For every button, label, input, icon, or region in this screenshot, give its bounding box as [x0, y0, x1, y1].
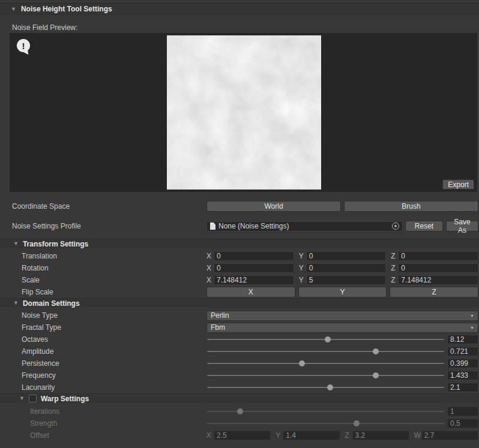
coordinate-space-row: Coordinate Space World Brush [0, 200, 479, 212]
flip-scale-label: Flip Scale [0, 288, 206, 296]
fractal-type-dropdown[interactable]: Fbm ▼ [206, 323, 478, 333]
foldout-triangle-icon[interactable]: ▼ [11, 7, 16, 12]
flip-x-button[interactable]: X [206, 287, 295, 297]
axis-y-label: Y [299, 252, 304, 260]
persistence-slider-handle[interactable] [299, 360, 305, 366]
iterations-slider-handle [237, 408, 243, 414]
translation-x-field[interactable] [214, 251, 294, 261]
octaves-value-field[interactable] [447, 335, 478, 344]
octaves-label: Octaves [0, 335, 206, 344]
offset-x-field [214, 431, 271, 440]
world-button[interactable]: World [206, 201, 341, 212]
scale-label: Scale [0, 276, 206, 284]
noise-settings-object-field[interactable]: None (Noise Settings) [206, 221, 403, 231]
object-picker-icon[interactable] [392, 223, 399, 230]
offset-w-group: W [414, 431, 478, 440]
noise-settings-profile-row: Noise Settings Profile None (Noise Setti… [0, 220, 479, 232]
persistence-row: Persistence [0, 357, 479, 369]
rotation-y-field[interactable] [306, 263, 387, 273]
warning-exclamation-icon [17, 39, 30, 52]
scale-z-group: Z [391, 275, 478, 285]
profile-label: Noise Settings Profile [0, 222, 206, 230]
slider-track[interactable] [207, 387, 444, 388]
slider-track[interactable] [207, 351, 444, 352]
amplitude-label: Amplitude [0, 347, 206, 356]
lacunarity-value-field[interactable] [447, 383, 478, 392]
transform-settings-header[interactable]: ▼ Transform Settings [0, 239, 479, 248]
flip-z-button[interactable]: Z [390, 287, 478, 297]
translation-y-field[interactable] [306, 251, 387, 261]
offset-z-group: Z [345, 431, 409, 440]
scale-z-field[interactable] [398, 275, 478, 285]
brush-button[interactable]: Brush [344, 201, 478, 212]
axis-y-label: Y [299, 276, 304, 284]
persistence-label: Persistence [0, 359, 206, 368]
amplitude-slider[interactable] [206, 345, 445, 357]
iterations-value-field [447, 407, 478, 416]
frequency-label: Frequency [0, 371, 206, 380]
panel-title: Noise Height Tool Settings [21, 5, 112, 13]
warp-settings-header[interactable]: ▼ Warp Settings [0, 393, 479, 403]
frequency-row: Frequency [0, 369, 479, 381]
translation-z-field[interactable] [398, 251, 478, 261]
octaves-slider[interactable] [206, 333, 445, 345]
strength-slider-handle [354, 420, 360, 426]
lacunarity-label: Lacunarity [0, 383, 206, 392]
axis-x-label: X [206, 264, 211, 272]
scale-y-field[interactable] [306, 275, 387, 285]
rotation-label: Rotation [0, 264, 206, 272]
slider-track[interactable] [207, 363, 444, 364]
strength-slider [206, 417, 445, 429]
main-foldout-header[interactable]: ▼ Noise Height Tool Settings [0, 3, 479, 15]
noise-height-tool-panel: ▼ Noise Height Tool Settings Noise Field… [0, 0, 479, 441]
frequency-slider-handle[interactable] [373, 372, 379, 378]
frequency-value-field[interactable] [447, 371, 478, 380]
axis-z-label: Z [391, 276, 396, 284]
translation-y-group: Y [299, 251, 387, 261]
noise-type-label: Noise Type [0, 311, 206, 320]
amplitude-slider-handle[interactable] [373, 348, 379, 354]
amplitude-value-field[interactable] [447, 347, 478, 356]
rotation-x-group: X [206, 263, 294, 273]
lacunarity-slider-handle[interactable] [327, 384, 333, 390]
offset-row: Offset X Y Z W [0, 429, 479, 441]
foldout-triangle-icon[interactable]: ▼ [13, 300, 19, 306]
domain-settings-title: Domain Settings [23, 299, 80, 308]
iterations-slider [206, 405, 445, 417]
slider-track [207, 423, 444, 424]
axis-y-label: Y [299, 264, 304, 272]
noise-type-dropdown[interactable]: Perlin ▼ [206, 311, 478, 321]
translation-z-group: Z [391, 251, 478, 261]
scale-row: Scale X Y Z [0, 274, 479, 286]
domain-settings-header[interactable]: ▼ Domain Settings [0, 298, 479, 308]
strength-row: Strength [0, 417, 479, 429]
octaves-slider-handle[interactable] [325, 336, 331, 342]
flip-y-button[interactable]: Y [298, 287, 387, 297]
offset-x-group: X [206, 431, 271, 440]
frequency-slider[interactable] [206, 369, 445, 381]
axis-w-label: W [414, 431, 419, 440]
offset-w-field [421, 431, 478, 440]
slider-track[interactable] [207, 375, 444, 376]
foldout-triangle-icon[interactable]: ▼ [13, 241, 19, 246]
axis-y-label: Y [276, 431, 280, 440]
translation-row: Translation X Y Z [0, 250, 479, 262]
foldout-triangle-icon[interactable]: ▼ [19, 396, 25, 401]
lacunarity-slider[interactable] [206, 381, 445, 393]
warp-settings-checkbox[interactable] [29, 395, 37, 402]
rotation-y-group: Y [299, 263, 387, 273]
strength-value-field [447, 419, 478, 428]
save-as-button[interactable]: Save As [446, 221, 478, 231]
rotation-z-group: Z [391, 263, 478, 273]
rotation-z-field[interactable] [398, 263, 478, 273]
iterations-row: Iterations [0, 405, 479, 417]
offset-y-group: Y [276, 431, 340, 440]
persistence-slider[interactable] [206, 357, 445, 369]
reset-button[interactable]: Reset [405, 221, 443, 231]
export-button[interactable]: Export [442, 179, 474, 190]
scale-x-field[interactable] [214, 275, 294, 285]
noise-type-row: Noise Type Perlin ▼ [0, 309, 479, 321]
persistence-value-field[interactable] [447, 359, 478, 368]
scale-y-group: Y [299, 275, 387, 285]
rotation-x-field[interactable] [214, 263, 294, 273]
